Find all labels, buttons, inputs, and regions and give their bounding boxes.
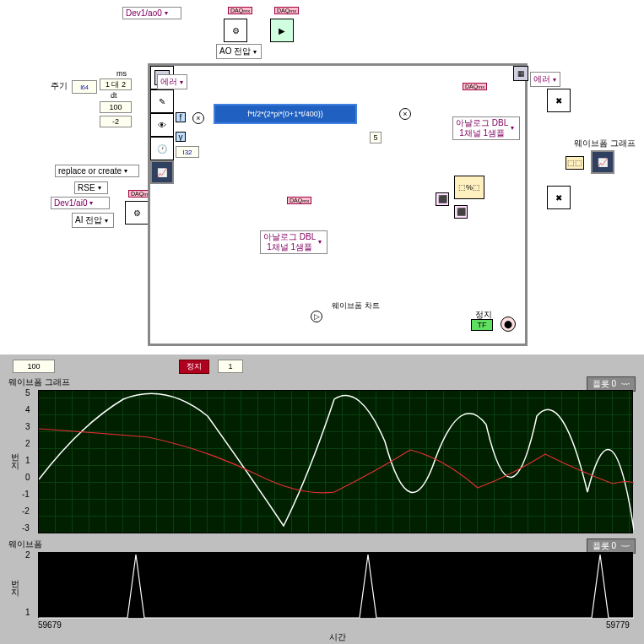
ao-channel-select[interactable]: Dev1/ao0 xyxy=(122,7,181,19)
analog-dbl-read[interactable]: 아날로그 DBL 1채널 1샘플 xyxy=(260,230,327,254)
block-diagram-panel: Dev1/ao0 DAQmx ⚙ AO 전압 DAQmx ▶ 주기 I64 ms… xyxy=(0,0,644,354)
sequence-structure-icon[interactable]: ▦ xyxy=(513,66,528,81)
daq-create-ai-icon[interactable]: ⚙ xyxy=(125,201,149,225)
plot-sample-icon-2: 〰 xyxy=(621,542,630,551)
error-in-label: 에러 xyxy=(160,76,177,88)
ao-channel-label: Dev1/ao0 xyxy=(126,8,162,18)
y-terminal: y xyxy=(176,132,186,142)
daq-clear-2-icon[interactable]: ✖ xyxy=(547,186,571,209)
g1-ytick-3: 3 xyxy=(25,422,30,431)
const-5: 5 xyxy=(370,132,382,143)
g1-ytick-0: 0 xyxy=(25,473,30,482)
daq-node-ao[interactable]: DAQmx xyxy=(228,7,252,14)
analog-dbl1-label: 아날로그 DBL 1채널 1샘플 xyxy=(456,118,508,138)
ms-label: ms xyxy=(116,69,127,78)
analog-dbl2-label: 아날로그 DBL 1채널 1샘플 xyxy=(263,232,316,252)
g2-ytick-2: 2 xyxy=(25,550,30,560)
error-out-label: 에러 xyxy=(533,73,550,85)
g1-ytick-n3: -3 xyxy=(22,523,30,533)
g1-ytick-n2: -2 xyxy=(22,506,30,516)
daq-read-ai[interactable]: DAQmx xyxy=(287,197,311,204)
g2-ylabel: 번지 xyxy=(8,574,20,591)
waveform-chart-indicator[interactable]: 📈 xyxy=(150,160,174,184)
ao-voltage-label: AO 전압 xyxy=(219,46,251,57)
daq-write-ao[interactable]: DAQmx xyxy=(463,83,487,90)
g1-ytick-4: 4 xyxy=(25,405,30,414)
ai-voltage-select[interactable]: AI 전압 xyxy=(72,213,114,228)
bundle-node-2[interactable]: ⬛ xyxy=(454,205,468,219)
formula-node[interactable]: f*t/2*(2*pi*(0+1*t/400)) xyxy=(214,104,357,124)
x-max-label: 59779 xyxy=(606,620,630,630)
daq-read-icon[interactable]: 👁 xyxy=(150,113,174,137)
rse-select[interactable]: RSE xyxy=(74,181,108,194)
daq-create-task-icon[interactable]: ⚙ xyxy=(224,19,247,42)
plot0-label-2: 플롯 0 xyxy=(593,540,616,552)
error-in[interactable]: 에러 xyxy=(157,74,187,89)
plot-sample-icon: 〰 xyxy=(621,380,630,389)
analog-dbl-write[interactable]: 아날로그 DBL 1채널 1샘플 xyxy=(452,116,520,140)
ms-input[interactable]: 1 대 2 xyxy=(100,78,132,90)
while-loop-structure[interactable]: i 에러 f y × f*t/2*(2*pi*(0+1*t/400)) I32 … xyxy=(148,63,528,346)
dt-label: dt xyxy=(111,91,117,100)
x-min-label: 59679 xyxy=(38,620,62,630)
f-terminal: f xyxy=(176,112,186,122)
g1-ytick-1: 1 xyxy=(25,456,30,465)
plot0-label-1: 플롯 0 xyxy=(593,378,616,390)
build-waveform-node[interactable]: ⬚%⬚ xyxy=(454,176,484,199)
bundle-node-1[interactable]: ⬛ xyxy=(436,192,449,206)
loop-condition[interactable]: ⬤ xyxy=(501,317,516,332)
front-panel: 100 정지 1 웨이브폼 그래프 플롯 0〰 5 4 3 2 1 0 -1 -… xyxy=(0,354,644,644)
g1-ytick-n1: -1 xyxy=(22,490,30,499)
graph1-title: 웨이브폼 그래프 xyxy=(8,376,70,388)
waveform-chart-label: 웨이브폼 차트 xyxy=(332,300,380,311)
ao-voltage-select[interactable]: AO 전압 xyxy=(216,44,262,59)
g1-ytick-5: 5 xyxy=(25,388,30,398)
stop-button[interactable]: 정지 xyxy=(179,360,209,374)
c-input[interactable]: -2 xyxy=(100,116,132,127)
ai-voltage-label: AI 전압 xyxy=(75,214,102,226)
i32-const: I32 xyxy=(176,146,199,158)
ai-channel-label: Dev1/ai0 xyxy=(54,198,87,208)
daq-start-ao[interactable]: DAQmx xyxy=(274,7,299,14)
wait-ms-timer-icon[interactable]: 🕐 xyxy=(150,137,174,160)
divide-node[interactable]: ▷ xyxy=(311,311,322,322)
waveform-graph-indicator[interactable]: 📈 xyxy=(591,150,614,174)
multiply-node[interactable]: × xyxy=(192,112,204,124)
dt-input[interactable]: 100 xyxy=(100,101,132,113)
g1-ylabel: 번지 xyxy=(8,447,20,464)
waveform-graph-plot[interactable] xyxy=(38,390,633,533)
rse-label: RSE xyxy=(78,183,95,192)
ai-channel-select[interactable]: Dev1/ai0 xyxy=(51,197,110,209)
replace-create-label: replace or create xyxy=(58,166,122,176)
daq-clear-1-icon[interactable]: ✖ xyxy=(547,89,571,112)
cycle-control[interactable]: I64 xyxy=(72,80,97,94)
waveform-chart-plot[interactable] xyxy=(38,552,633,618)
graph2-title: 웨이브폼 xyxy=(8,538,42,550)
waveform-graph-label: 웨이브폼 그래프 xyxy=(574,138,636,149)
daq-write-icon[interactable]: ✎ xyxy=(150,89,174,113)
cycle-label: 주기 xyxy=(51,80,68,92)
multiply-node-2[interactable]: × xyxy=(399,108,411,120)
error-out[interactable]: 에러 xyxy=(530,72,560,87)
y-value-field[interactable]: 100 xyxy=(13,360,55,373)
g1-ytick-2: 2 xyxy=(25,439,30,448)
replace-create-select[interactable]: replace or create xyxy=(55,165,139,177)
g2-ytick-1: 1 xyxy=(25,608,30,617)
cycle-value-field[interactable]: 1 xyxy=(218,360,243,373)
daq-start-ao-icon[interactable]: ▶ xyxy=(270,19,294,42)
x-axis-label: 시간 xyxy=(329,631,346,643)
build-array-node[interactable]: ⬚⬚ xyxy=(566,156,584,170)
stop-button-terminal[interactable]: TF xyxy=(471,319,493,331)
